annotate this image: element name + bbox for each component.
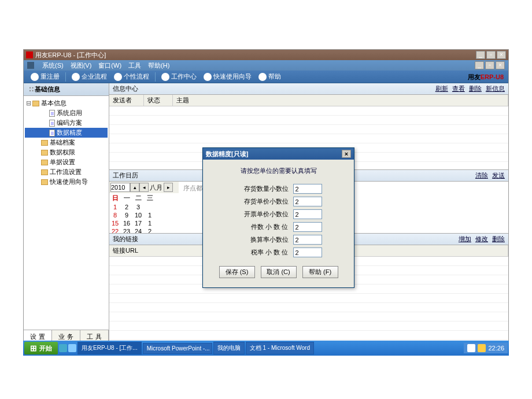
calendar-nav: ▴ ◂ 八月 ▸ — [109, 182, 179, 193]
folder-icon — [41, 150, 48, 156]
link-clear[interactable]: 清除 — [475, 172, 488, 179]
wizard-icon — [204, 73, 212, 81]
tool-ent-flow[interactable]: 企业流程 — [69, 72, 109, 81]
menu-tools[interactable]: 工具 — [128, 61, 141, 70]
help-button[interactable]: 帮助 (F) — [302, 266, 338, 278]
menu-window[interactable]: 窗口(W) — [98, 61, 121, 70]
link-view[interactable]: 查看 — [452, 85, 465, 92]
file-icon — [49, 110, 55, 117]
start-button[interactable]: 开始 — [24, 342, 58, 354]
tree-sys-enable[interactable]: 系统启用 — [25, 108, 108, 118]
dialog-close-button[interactable]: × — [342, 150, 351, 158]
link-del[interactable]: 删除 — [492, 235, 505, 242]
dialog-title: 数据精度[只读] — [206, 150, 248, 158]
taskbar: 开始 用友ERP-U8 - [工作... Microsoft PowerPoin… — [23, 341, 509, 356]
brand-logo: 用友ERP-U8 — [468, 72, 504, 82]
tool-wizard[interactable]: 快速使用向导 — [201, 72, 254, 81]
menu-help[interactable]: 帮助(H) — [148, 61, 169, 70]
tree-bill-settings[interactable]: 单据设置 — [25, 157, 108, 167]
data-precision-dialog: 数据精度[只读] × 请按您单位的需要认真填写 存货数量小数位 存货单价小数位 … — [202, 147, 354, 288]
tool-personal-flow[interactable]: 个性流程 — [112, 72, 152, 81]
child-restore-button[interactable]: ▫ — [485, 61, 494, 69]
sidebar-header: 基础信息 — [24, 83, 109, 96]
cancel-button[interactable]: 取消 (C) — [261, 266, 297, 278]
mylinks-title: 我的链接 — [113, 235, 138, 243]
tree-data-precision[interactable]: 数据精度 — [25, 128, 108, 138]
toolbar: 重注册 企业流程 个性流程 工作中心 快速使用向导 帮助 用友ERP-U8 — [24, 71, 508, 83]
tray-app-icon[interactable] — [467, 344, 475, 352]
folder-icon — [41, 140, 48, 146]
tree-base-archive[interactable]: 基础档案 — [25, 138, 108, 147]
app-icon — [26, 51, 33, 58]
child-minimize-button[interactable]: _ — [475, 61, 484, 69]
next-month[interactable]: ▸ — [164, 183, 173, 192]
label-invoice-price: 开票单价小数位 — [235, 210, 293, 219]
folder-icon — [41, 169, 48, 175]
label-inv-qty: 存货数量小数位 — [235, 184, 293, 193]
folder-icon — [41, 179, 48, 185]
restore-button[interactable]: ▫ — [486, 51, 496, 59]
link-refresh[interactable]: 刷新 — [435, 85, 448, 92]
year-input[interactable] — [110, 183, 130, 192]
folder-icon — [32, 101, 39, 106]
menu-bar: 系统(S) 视图(V) 窗口(W) 工具 帮助(H) _ ▫ × — [24, 60, 508, 71]
link-edit[interactable]: 修改 — [475, 235, 488, 242]
month-label: 八月 — [149, 183, 164, 192]
col-status[interactable]: 状态 — [144, 95, 173, 106]
entflow-icon — [72, 73, 80, 81]
msgcenter-header: 信息中心 刷新 查看 删除 新信息 — [109, 83, 508, 95]
clock: 22:26 — [488, 345, 504, 352]
input-pieces[interactable] — [293, 222, 322, 232]
tray-app-icon[interactable] — [478, 344, 486, 352]
save-button[interactable]: 保存 (S) — [219, 266, 255, 278]
tree-encoding[interactable]: 编码方案 — [25, 118, 108, 128]
tree-quick-wizard[interactable]: 快速使用向导 — [25, 177, 108, 187]
label-tax: 税率 小 数 位 — [235, 248, 293, 257]
dialog-titlebar[interactable]: 数据精度[只读] × — [203, 148, 354, 160]
file-icon — [49, 120, 55, 127]
link-delete[interactable]: 删除 — [469, 85, 482, 92]
file-icon — [49, 130, 55, 136]
tool-reregister[interactable]: 重注册 — [28, 72, 62, 81]
calendar-title: 工作日历 — [113, 171, 138, 180]
task-mycomputer[interactable]: 我的电脑 — [213, 342, 245, 354]
help-icon — [258, 73, 267, 81]
year-spinner[interactable]: ▴ — [130, 183, 139, 192]
menu-system[interactable]: 系统(S) — [42, 61, 64, 70]
input-tax[interactable] — [293, 247, 322, 257]
minimize-button[interactable]: _ — [476, 51, 485, 59]
menu-view[interactable]: 视图(V) — [71, 61, 92, 70]
input-inv-qty[interactable] — [293, 184, 322, 194]
link-new[interactable]: 新信息 — [486, 85, 505, 92]
link-add[interactable]: 增加 — [459, 235, 471, 242]
quicklaunch-desktop-icon[interactable] — [68, 344, 76, 352]
tool-work-center[interactable]: 工作中心 — [159, 72, 199, 81]
close-button[interactable]: × — [497, 51, 506, 59]
link-send[interactable]: 发送 — [492, 172, 505, 179]
dialog-hint: 请按您单位的需要认真填写 — [210, 164, 347, 181]
sidebar: 基础信息 ⊟基本信息 系统启用 编码方案 数据精度 基础档案 数据权限 单据设置… — [24, 83, 109, 343]
msgcenter-title: 信息中心 — [113, 84, 138, 93]
input-invoice-price[interactable] — [293, 209, 322, 219]
task-ppt[interactable]: Microsoft PowerPoint -... — [143, 343, 212, 354]
tree-data-perm[interactable]: 数据权限 — [25, 147, 108, 157]
system-tray: 22:26 — [464, 343, 508, 353]
col-subject[interactable]: 主题 — [173, 95, 508, 106]
input-rate[interactable] — [293, 235, 322, 245]
label-pieces: 件数 小 数 位 — [235, 223, 293, 231]
col-sender[interactable]: 发送者 — [109, 95, 144, 106]
task-word[interactable]: 文档 1 - Microsoft Word — [246, 342, 314, 354]
input-inv-price[interactable] — [293, 197, 322, 206]
tree-workflow[interactable]: 工作流设置 — [25, 167, 108, 177]
quicklaunch-ie-icon[interactable] — [59, 344, 67, 352]
wc-icon — [161, 73, 169, 81]
label-inv-price: 存货单价小数位 — [235, 197, 293, 206]
label-rate: 换算率小数位 — [235, 235, 293, 244]
window-title: 用友ERP-U8 - [工作中心] — [35, 51, 106, 60]
child-close-button[interactable]: × — [496, 61, 505, 69]
reregister-icon — [31, 73, 39, 81]
tree-basic-info[interactable]: ⊟基本信息 — [25, 98, 108, 108]
task-erp[interactable]: 用友ERP-U8 - [工作... — [77, 342, 142, 354]
prev-month[interactable]: ◂ — [139, 183, 149, 192]
tool-help[interactable]: 帮助 — [256, 72, 283, 81]
